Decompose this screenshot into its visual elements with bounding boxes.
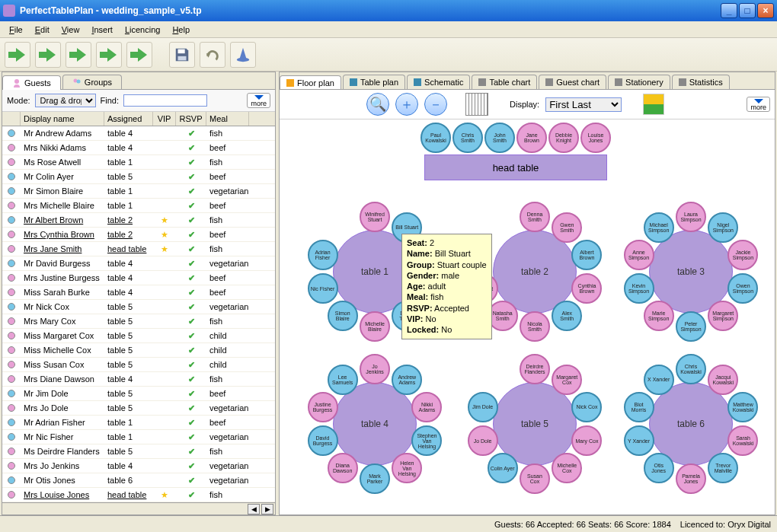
table-seat[interactable]: Nic Fisher [308, 273, 338, 304]
table-row[interactable]: Mr Colin Ayertable 5✔beef [2, 170, 275, 184]
table-seat[interactable]: Margaret Simpson [708, 301, 738, 331]
table-seat[interactable]: Trevor Malville [708, 453, 738, 483]
tab-guest-chart[interactable]: Guest chart [539, 75, 606, 89]
table-row[interactable]: Mr Nick Coxtable 5✔vegetarian [2, 300, 275, 314]
table-row[interactable]: Mrs Michelle Blairetable 1✔beef [2, 199, 275, 213]
table-row[interactable]: Mrs Diane Dawsontable 4✔fish [2, 372, 275, 387]
minimize-button[interactable]: _ [721, 3, 737, 18]
table-row[interactable]: Mr David Burgesstable 4✔vegetarian [2, 256, 275, 271]
table-row[interactable]: Mrs Jane Smithhead table★✔fish [2, 242, 275, 256]
table-row[interactable]: Mrs Jo Jenkinstable 4✔vegetarian [2, 459, 275, 473]
table-row[interactable]: Ms Deirdre Flanderstable 5✔fish [2, 444, 275, 459]
table-seat[interactable]: Nicola Smith [520, 311, 550, 342]
table-seat[interactable]: Matthew Kowalski [727, 392, 758, 422]
redo-button[interactable] [200, 42, 225, 68]
zoom-in-button[interactable]: ＋ [395, 93, 418, 116]
table-seat[interactable]: Diana Dawson [328, 453, 358, 483]
scroll-left-button[interactable]: ◀ [248, 504, 260, 514]
head-seat[interactable]: Chris Smith [452, 123, 483, 153]
table-seat[interactable]: Sarah Kowalski [727, 425, 758, 456]
tab-groups[interactable]: Groups [62, 75, 122, 89]
table-seat[interactable]: Michelle Blaire [360, 311, 390, 342]
table-seat[interactable]: Denna Smith [520, 202, 550, 232]
table-seat[interactable]: Michael Simpson [644, 212, 674, 243]
table-seat[interactable]: Kevin Simpson [624, 273, 654, 304]
table-row[interactable]: Miss Sarah Burketable 4✔beef [2, 285, 275, 300]
table-seat[interactable]: Michelle Cox [552, 453, 582, 483]
save-button[interactable] [169, 42, 195, 68]
wizard-button-3[interactable] [66, 42, 91, 68]
table-row[interactable]: Mrs Mary Coxtable 5✔fish [2, 314, 275, 329]
table-seat[interactable]: Marie Simpson [644, 301, 674, 331]
table-seat[interactable]: Pamela Jones [676, 464, 706, 494]
table-seat[interactable]: Lee Samuels [328, 365, 358, 395]
table-row[interactable]: Mr Nic Fishertable 1✔vegetarian [2, 430, 275, 444]
menu-view[interactable]: View [56, 24, 86, 36]
more-button[interactable]: more [247, 93, 270, 108]
table-seat[interactable]: Simon Blaire [328, 301, 358, 331]
table-row[interactable]: Mrs Justine Burgesstable 4✔beef [2, 271, 275, 285]
menu-licencing[interactable]: Licencing [119, 24, 166, 36]
head-seat[interactable]: Paul Kowalski [420, 123, 451, 153]
table-seat[interactable]: Jo Jenkins [360, 354, 390, 384]
table-seat[interactable]: Jacqui Kowalski [708, 365, 738, 395]
table-seat[interactable]: Jackie Simpson [727, 240, 758, 270]
table-seat[interactable]: Owen Simpson [727, 273, 758, 304]
table-seat[interactable]: Deirdre Flanders [520, 354, 550, 384]
scroll-right-button[interactable]: ▶ [261, 504, 273, 514]
wizard-hat-button[interactable] [230, 42, 256, 68]
table-seat[interactable]: Susan Cox [520, 464, 550, 494]
head-seat[interactable]: Louise Jones [580, 123, 611, 153]
table-row[interactable]: Miss Margaret Coxtable 5✔child [2, 329, 275, 343]
table-seat[interactable]: Nigel Simpson [708, 212, 738, 243]
horizontal-scrollbar[interactable]: ◀ ▶ [2, 502, 275, 514]
head-seat[interactable]: John Smith [484, 123, 515, 153]
table-seat[interactable]: Albert Brown [571, 240, 602, 270]
table-seat[interactable]: David Burgess [308, 425, 338, 456]
table-seat[interactable]: Natasha Smith [488, 301, 518, 331]
table-row[interactable]: Mrs Nikki Adamstable 4✔beef [2, 141, 275, 155]
ruler-icon[interactable] [465, 93, 488, 116]
table-seat[interactable]: Gwen Smith [552, 212, 582, 243]
table-seat[interactable]: Nikki Adams [411, 392, 442, 422]
head-table[interactable]: head table [424, 155, 607, 180]
table-row[interactable]: Mr Jim Doletable 5✔beef [2, 387, 275, 401]
wizard-button-5[interactable] [126, 42, 152, 68]
guest-list[interactable]: Mr Andrew Adamstable 4✔fishMrs Nikki Ada… [2, 126, 275, 502]
table-seat[interactable]: Jo Dole [468, 425, 498, 456]
menu-file[interactable]: File [3, 24, 29, 36]
table-seat[interactable]: X Xander [644, 365, 674, 395]
wizard-button-2[interactable] [35, 42, 61, 68]
head-seat[interactable]: Debbie Knight [548, 123, 579, 153]
tab-guests[interactable]: Guests [2, 75, 61, 90]
table-row[interactable]: Mr Andrew Adamstable 4✔fish [2, 126, 275, 141]
format-button[interactable] [643, 94, 664, 115]
menu-help[interactable]: Help [166, 24, 196, 36]
table-seat[interactable]: Helen Van Helsing [392, 453, 422, 483]
close-button[interactable]: × [757, 3, 774, 18]
table-seat[interactable]: Margaret Cox [552, 365, 582, 395]
table-row[interactable]: Mrs Louise Joneshead table★✔fish [2, 488, 275, 502]
table-row[interactable]: Mrs Cynthia Browntable 2★✔beef [2, 228, 275, 242]
zoom-fit-button[interactable]: 🔍 [366, 93, 389, 116]
table-seat[interactable]: Mark Parker [360, 464, 390, 494]
table-seat[interactable]: Y Xander [624, 425, 654, 456]
more-button-right[interactable]: more [747, 97, 770, 112]
table-seat[interactable]: Cynthia Brown [571, 273, 602, 304]
floorplan-canvas[interactable]: head table Paul KowalskiChris SmithJohn … [280, 119, 775, 514]
table-row[interactable]: Ms Rose Atwelltable 1✔fish [2, 155, 275, 170]
table-seat[interactable]: Jim Dole [468, 392, 498, 422]
table-row[interactable]: Mrs Jo Doletable 5✔vegetarian [2, 401, 275, 416]
find-input[interactable] [123, 94, 207, 107]
table-seat[interactable]: Alex Smith [552, 301, 582, 331]
zoom-out-button[interactable]: － [424, 93, 447, 116]
maximize-button[interactable]: □ [739, 3, 756, 18]
table-seat[interactable]: Peter Simpson [676, 311, 706, 342]
table-seat[interactable]: Adrian Fisher [308, 240, 338, 270]
table-row[interactable]: Mr Albert Browntable 2★✔fish [2, 213, 275, 228]
table-seat[interactable]: Nick Cox [571, 392, 602, 422]
head-seat[interactable]: Jane Brown [516, 123, 547, 153]
table-seat[interactable]: Colin Ayer [488, 453, 518, 483]
wizard-button-1[interactable] [5, 42, 30, 68]
table-seat[interactable]: Otis Jones [644, 453, 674, 483]
